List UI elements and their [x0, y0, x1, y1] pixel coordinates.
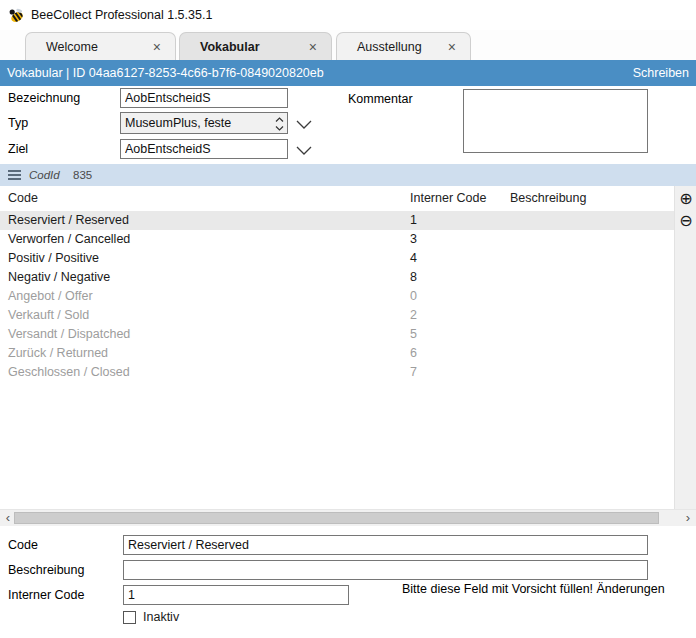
scroll-left-icon[interactable]: ‹ — [1, 510, 15, 526]
row-buttons-column: ⊕ ⊖ — [674, 186, 696, 509]
table-cell: 4 — [410, 249, 417, 268]
app-window: BeeCollect Professional 1.5.35.1 Welcome… — [0, 0, 696, 638]
table-row[interactable]: Versandt / Dispatched5 — [0, 325, 674, 344]
close-icon[interactable]: × — [151, 40, 163, 54]
table-cell: Positiv / Positive — [8, 249, 99, 268]
inaktiv-label: Inaktiv — [143, 610, 179, 624]
detail-beschreibung-field[interactable] — [123, 560, 648, 580]
table-cell: 5 — [410, 325, 417, 344]
ziel-field[interactable] — [120, 139, 288, 159]
bezeichnung-field[interactable] — [120, 88, 288, 108]
table-cell: 6 — [410, 344, 417, 363]
ziel-label: Ziel — [8, 142, 28, 156]
table-cell: Verkauft / Sold — [8, 306, 89, 325]
detail-interner-code-label: Interner Code — [8, 588, 84, 602]
detail-code-field[interactable] — [123, 535, 648, 555]
section-count: 835 — [73, 164, 92, 186]
inaktiv-checkbox[interactable] — [123, 611, 136, 624]
detail-beschreibung-label: Beschreibung — [8, 563, 84, 577]
table-cell: 1 — [410, 211, 417, 230]
detail-code-label: Code — [8, 538, 38, 552]
column-header-beschreibung[interactable]: Beschreibung — [510, 186, 586, 210]
horizontal-scrollbar[interactable]: ‹ › — [0, 509, 696, 526]
warning-text: Bitte diese Feld mit Vorsicht füllen! Än… — [402, 582, 665, 596]
tab-vokabular[interactable]: Vokabular × — [179, 32, 332, 60]
table-cell: 2 — [410, 306, 417, 325]
close-icon[interactable]: × — [307, 40, 319, 54]
table-cell: Negativ / Negative — [8, 268, 110, 287]
table-cell: Zurück / Returned — [8, 344, 108, 363]
table-row[interactable]: Angebot / Offer0 — [0, 287, 674, 306]
table-row[interactable]: Verworfen / Cancelled3 — [0, 230, 674, 249]
ziel-dropdown-icon[interactable] — [294, 142, 314, 158]
add-row-button[interactable]: ⊕ — [675, 191, 696, 207]
scroll-right-icon[interactable]: › — [681, 510, 695, 526]
menu-icon[interactable] — [8, 170, 21, 180]
table-row[interactable]: Geschlossen / Closed7 — [0, 363, 674, 382]
table-cell: Verworfen / Cancelled — [8, 230, 130, 249]
code-table-body: Reserviert / Reserved1Verworfen / Cancel… — [0, 211, 674, 509]
table-cell: 0 — [410, 287, 417, 306]
table-cell: Geschlossen / Closed — [8, 363, 130, 382]
table-cell: 7 — [410, 363, 417, 382]
table-cell: 8 — [410, 268, 417, 287]
detail-interner-code-field[interactable] — [123, 585, 349, 605]
table-row[interactable]: Positiv / Positive4 — [0, 249, 674, 268]
record-header-bar: Vokabular | ID 04aa6127-8253-4c66-b7f6-0… — [0, 60, 696, 86]
tab-strip: Welcome × Vokabular × Ausstellung × — [0, 30, 696, 60]
column-header-code[interactable]: Code — [8, 186, 38, 210]
window-title: BeeCollect Professional 1.5.35.1 — [31, 0, 212, 30]
tab-label: Vokabular — [200, 40, 260, 54]
bee-app-icon — [8, 7, 25, 24]
scrollbar-thumb[interactable] — [14, 512, 659, 524]
tab-label: Ausstellung — [357, 40, 422, 54]
table-cell: 3 — [410, 230, 417, 249]
tab-ausstellung[interactable]: Ausstellung × — [336, 32, 471, 60]
kommentar-label: Kommentar — [348, 92, 413, 106]
table-cell: Versandt / Dispatched — [8, 325, 130, 344]
tab-welcome[interactable]: Welcome × — [25, 32, 176, 60]
table-row[interactable]: Negativ / Negative8 — [0, 268, 674, 287]
typ-value: MuseumPlus, feste — [125, 116, 231, 130]
code-table-header: Code Interner Code Beschreibung — [0, 186, 674, 210]
spinner-updown-icon[interactable] — [275, 116, 284, 138]
table-row[interactable]: Zurück / Returned6 — [0, 344, 674, 363]
record-title: Vokabular | ID 04aa6127-8253-4c66-b7f6-0… — [7, 60, 324, 86]
schreiben-status[interactable]: Schreiben — [633, 60, 689, 86]
close-icon[interactable]: × — [446, 40, 458, 54]
table-cell: Reserviert / Reserved — [8, 211, 129, 230]
bezeichnung-label: Bezeichnung — [8, 91, 80, 105]
column-header-interner-code[interactable]: Interner Code — [410, 186, 486, 210]
table-cell: Angebot / Offer — [8, 287, 93, 306]
table-row[interactable]: Reserviert / Reserved1 — [0, 211, 674, 230]
title-bar: BeeCollect Professional 1.5.35.1 — [0, 0, 696, 30]
kommentar-field[interactable] — [463, 89, 648, 153]
table-row[interactable]: Verkauft / Sold2 — [0, 306, 674, 325]
typ-spinner-field[interactable]: MuseumPlus, feste — [120, 112, 288, 134]
section-title: CodId — [29, 164, 60, 186]
remove-row-button[interactable]: ⊖ — [675, 213, 696, 229]
typ-dropdown-icon[interactable] — [294, 116, 314, 132]
typ-label: Typ — [8, 116, 28, 130]
tab-label: Welcome — [46, 40, 98, 54]
codid-section-header[interactable]: CodId 835 — [0, 164, 696, 186]
